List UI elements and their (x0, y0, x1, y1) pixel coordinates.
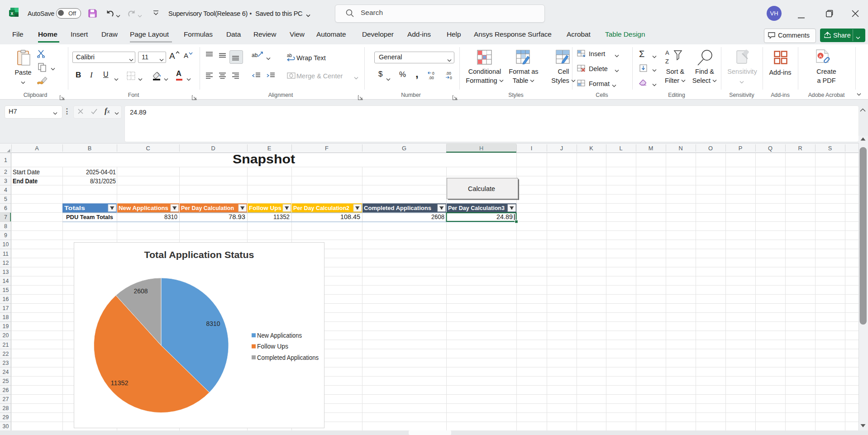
svg-text:11352: 11352 (273, 214, 290, 220)
svg-text:108.45: 108.45 (340, 214, 360, 220)
svg-text:C: C (146, 145, 150, 152)
svg-text:12: 12 (3, 260, 9, 266)
svg-text:Completed Applications: Completed Applications (257, 354, 319, 361)
svg-text:15: 15 (3, 287, 9, 293)
svg-text:N: N (678, 145, 682, 152)
svg-text:I: I (531, 145, 533, 152)
svg-text:B: B (88, 145, 92, 152)
svg-text:11352: 11352 (111, 379, 129, 387)
svg-text:New Applications: New Applications (119, 205, 168, 211)
svg-text:P: P (739, 145, 743, 152)
svg-text:22: 22 (3, 351, 9, 357)
svg-text:Per Day Calculation2: Per Day Calculation2 (293, 205, 349, 211)
svg-text:Per Day Calculation3: Per Day Calculation3 (448, 205, 505, 211)
svg-text:H: H (479, 145, 483, 152)
svg-text:Q: Q (768, 145, 773, 152)
svg-text:27: 27 (3, 396, 9, 402)
svg-text:9: 9 (4, 232, 7, 239)
svg-text:Completed Applications: Completed Applications (364, 205, 431, 211)
svg-text:S: S (828, 145, 832, 152)
svg-text:24.89: 24.89 (496, 214, 513, 220)
svg-text:8310: 8310 (164, 214, 177, 220)
svg-text:2608: 2608 (431, 214, 444, 220)
svg-text:R: R (798, 145, 802, 152)
svg-text:13: 13 (3, 269, 9, 275)
svg-text:New Applications: New Applications (257, 332, 302, 339)
svg-text:4: 4 (4, 187, 7, 193)
svg-text:G: G (402, 145, 406, 152)
svg-text:24: 24 (3, 369, 9, 375)
svg-text:7: 7 (4, 214, 7, 220)
svg-text:2608: 2608 (134, 287, 148, 295)
svg-text:25: 25 (3, 378, 9, 384)
svg-text:3: 3 (4, 178, 7, 184)
svg-text:11: 11 (3, 251, 9, 257)
svg-text:10: 10 (3, 241, 9, 248)
svg-text:78.93: 78.93 (229, 214, 245, 220)
svg-text:8: 8 (4, 223, 7, 229)
svg-text:K: K (589, 145, 593, 152)
svg-text:Totals: Totals (64, 205, 85, 211)
svg-text:O: O (708, 145, 713, 152)
svg-text:A: A (35, 145, 39, 152)
svg-text:Follow Ups: Follow Ups (249, 205, 281, 211)
svg-text:J: J (560, 145, 563, 152)
svg-text:5: 5 (4, 196, 7, 202)
svg-text:16: 16 (3, 296, 9, 302)
svg-text:17: 17 (3, 305, 9, 311)
svg-text:Follow Ups: Follow Ups (257, 343, 288, 350)
svg-text:8/31/2025: 8/31/2025 (90, 178, 116, 185)
svg-text:E: E (267, 145, 272, 152)
svg-text:26: 26 (3, 387, 9, 393)
svg-text:14: 14 (3, 278, 9, 284)
svg-text:2: 2 (4, 169, 7, 175)
svg-text:F: F (325, 145, 329, 152)
svg-text:1: 1 (4, 157, 7, 163)
svg-text:23: 23 (3, 360, 9, 366)
svg-text:29: 29 (3, 414, 9, 421)
svg-text:18: 18 (3, 314, 9, 320)
svg-text:L: L (619, 145, 622, 152)
svg-text:19: 19 (3, 323, 9, 330)
svg-text:Per Day Calculation: Per Day Calculation (181, 205, 234, 211)
svg-text:21: 21 (3, 342, 9, 348)
svg-text:28: 28 (3, 405, 9, 411)
svg-text:D: D (211, 145, 215, 152)
svg-text:Snapshot: Snapshot (233, 152, 296, 166)
svg-text:2025-04-01: 2025-04-01 (86, 169, 116, 176)
svg-text:30: 30 (3, 423, 9, 430)
svg-text:Total Application Status: Total Application Status (144, 249, 254, 260)
svg-text:PDU Team Totals: PDU Team Totals (66, 214, 113, 220)
svg-text:6: 6 (4, 205, 7, 211)
svg-text:End Date: End Date (13, 178, 38, 185)
svg-text:M: M (649, 145, 653, 152)
svg-text:20: 20 (3, 332, 9, 339)
svg-text:Calculate: Calculate (468, 185, 495, 192)
svg-text:8310: 8310 (206, 320, 220, 327)
svg-text:Start Date: Start Date (13, 169, 40, 176)
